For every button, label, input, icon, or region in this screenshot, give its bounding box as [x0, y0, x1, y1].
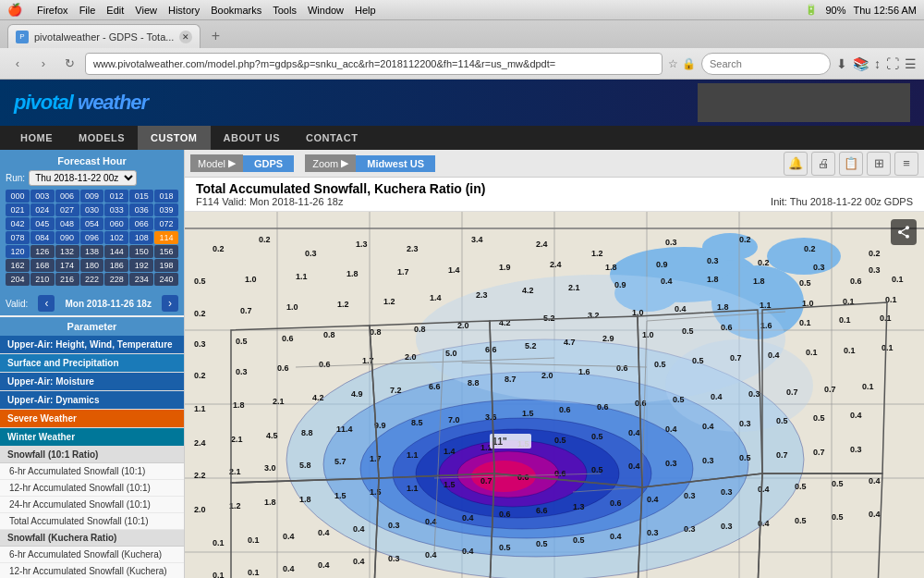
menu-help[interactable]: Help	[355, 5, 376, 16]
new-tab-button[interactable]: +	[202, 24, 228, 48]
param-surface-precip[interactable]: Surface and Precipitation	[0, 354, 184, 373]
fh-btn-018[interactable]: 018	[154, 190, 178, 203]
menu-icon[interactable]: ☰	[905, 56, 917, 71]
zoom-label-button[interactable]: Zoom ▶	[305, 154, 356, 172]
fh-btn-222[interactable]: 222	[80, 273, 104, 286]
run-select[interactable]: Thu 2018-11-22 00z	[29, 170, 137, 186]
param-winter[interactable]: Winter Weather	[0, 428, 184, 447]
snowfall-kuchera-6hr[interactable]: 6-hr Accumulated Snowfall (Kuchera)	[0, 547, 184, 563]
back-button[interactable]: ‹	[7, 54, 28, 74]
fh-btn-192[interactable]: 192	[129, 259, 153, 272]
fh-btn-030[interactable]: 030	[80, 203, 104, 216]
fh-btn-021[interactable]: 021	[6, 203, 30, 216]
fh-btn-156[interactable]: 156	[154, 245, 178, 258]
site-logo[interactable]: pivotal weather	[14, 91, 148, 115]
fh-btn-204[interactable]: 204	[6, 273, 30, 286]
share-button[interactable]	[891, 219, 917, 245]
fh-btn-027[interactable]: 027	[55, 203, 79, 216]
fh-btn-060[interactable]: 060	[104, 217, 128, 230]
fh-btn-180[interactable]: 180	[80, 259, 104, 272]
menu-window[interactable]: Window	[308, 5, 344, 16]
fh-btn-186[interactable]: 186	[104, 259, 128, 272]
apple-menu[interactable]: 🍎	[7, 3, 22, 17]
model-label-button[interactable]: Model ▶	[190, 154, 243, 172]
settings-icon-button[interactable]: ≡	[894, 152, 918, 176]
fh-btn-066[interactable]: 066	[129, 217, 153, 230]
nav-models[interactable]: MODELS	[66, 126, 138, 150]
menu-firefox[interactable]: Firefox	[37, 5, 68, 16]
fh-btn-036[interactable]: 036	[129, 203, 153, 216]
fh-btn-228[interactable]: 228	[104, 273, 128, 286]
fh-btn-006[interactable]: 006	[55, 190, 79, 203]
reload-button[interactable]: ↻	[59, 54, 79, 74]
fh-btn-024[interactable]: 024	[30, 203, 55, 216]
search-input[interactable]	[701, 53, 831, 75]
fh-btn-114[interactable]: 114	[154, 231, 178, 244]
snowfall-10-12hr[interactable]: 12-hr Accumulated Snowfall (10:1)	[0, 480, 184, 497]
fh-btn-162[interactable]: 162	[6, 259, 30, 272]
snowfall-10-6hr[interactable]: 6-hr Accumulated Snowfall (10:1)	[0, 463, 184, 480]
fh-btn-015[interactable]: 015	[129, 190, 153, 203]
fh-btn-042[interactable]: 042	[6, 217, 30, 230]
nav-home[interactable]: HOME	[7, 126, 66, 150]
param-upperair-hwt[interactable]: Upper-Air: Height, Wind, Temperature	[0, 336, 184, 354]
fh-btn-090[interactable]: 090	[55, 231, 79, 244]
menu-file[interactable]: File	[79, 5, 96, 16]
fh-btn-048[interactable]: 048	[55, 217, 79, 230]
sync-icon[interactable]: ↕	[874, 56, 881, 71]
grid-icon-button[interactable]: ⊞	[867, 152, 891, 176]
fh-btn-045[interactable]: 045	[30, 217, 55, 230]
fh-btn-216[interactable]: 216	[55, 273, 79, 286]
fh-btn-198[interactable]: 198	[154, 259, 178, 272]
valid-prev-button[interactable]: ‹	[38, 295, 55, 312]
fh-btn-009[interactable]: 009	[80, 190, 104, 203]
snowfall-kuchera-12hr[interactable]: 12-hr Accumulated Snowfall (Kuchera)	[0, 563, 184, 578]
nav-about[interactable]: ABOUT US	[211, 126, 293, 150]
fh-btn-108[interactable]: 108	[129, 231, 153, 244]
fh-btn-174[interactable]: 174	[55, 259, 79, 272]
fh-btn-132[interactable]: 132	[55, 245, 79, 258]
fullscreen-icon[interactable]: ⛶	[886, 56, 899, 71]
fh-btn-000[interactable]: 000	[6, 190, 30, 203]
map-canvas[interactable]: 0.2 0.2 0.3 1.3 2.3 3.4 2.4 1.2 0.3 0.2 …	[185, 212, 924, 578]
fh-btn-039[interactable]: 039	[154, 203, 178, 216]
fh-btn-084[interactable]: 084	[30, 231, 55, 244]
fh-btn-168[interactable]: 168	[30, 259, 55, 272]
alert-icon-button[interactable]: 🔔	[784, 152, 808, 176]
menu-bookmarks[interactable]: Bookmarks	[211, 5, 261, 16]
model-active-button[interactable]: GDPS	[243, 155, 294, 172]
fh-btn-072[interactable]: 072	[154, 217, 178, 230]
valid-next-button[interactable]: ›	[162, 295, 178, 312]
download-icon[interactable]: ⬇	[836, 56, 847, 71]
fh-btn-012[interactable]: 012	[104, 190, 128, 203]
fh-btn-126[interactable]: 126	[30, 245, 55, 258]
library-icon[interactable]: 📚	[853, 56, 869, 71]
fh-btn-078[interactable]: 078	[6, 231, 30, 244]
snowfall-10-total[interactable]: Total Accumulated Snowfall (10:1)	[0, 513, 184, 530]
fh-btn-210[interactable]: 210	[30, 273, 55, 286]
close-tab-button[interactable]: ✕	[179, 31, 192, 43]
param-upperair-dynamics[interactable]: Upper-Air: Dynamics	[0, 391, 184, 410]
forward-button[interactable]: ›	[33, 54, 54, 74]
fh-btn-033[interactable]: 033	[104, 203, 128, 216]
address-input[interactable]	[85, 53, 663, 75]
bookmark-icon[interactable]: ☆	[668, 57, 678, 70]
fh-btn-054[interactable]: 054	[80, 217, 104, 230]
print-icon-button[interactable]: 🖨	[811, 152, 835, 176]
nav-contact[interactable]: CONTACT	[293, 126, 371, 150]
fh-btn-150[interactable]: 150	[129, 245, 153, 258]
param-severe[interactable]: Severe Weather	[0, 410, 184, 428]
fh-btn-003[interactable]: 003	[30, 190, 55, 203]
fh-btn-138[interactable]: 138	[80, 245, 104, 258]
fh-btn-144[interactable]: 144	[104, 245, 128, 258]
nav-custom[interactable]: CUSTOM	[138, 126, 210, 150]
menu-history[interactable]: History	[168, 5, 200, 16]
param-upperair-moisture[interactable]: Upper-Air: Moisture	[0, 373, 184, 391]
zoom-active-button[interactable]: Midwest US	[356, 155, 435, 172]
menu-edit[interactable]: Edit	[106, 5, 124, 16]
fh-btn-096[interactable]: 096	[80, 231, 104, 244]
active-tab[interactable]: P pivotalweather - GDPS - Tota... ✕	[7, 24, 201, 48]
menu-view[interactable]: View	[135, 5, 157, 16]
fh-btn-120[interactable]: 120	[6, 245, 30, 258]
snowfall-10-24hr[interactable]: 24-hr Accumulated Snowfall (10:1)	[0, 497, 184, 513]
